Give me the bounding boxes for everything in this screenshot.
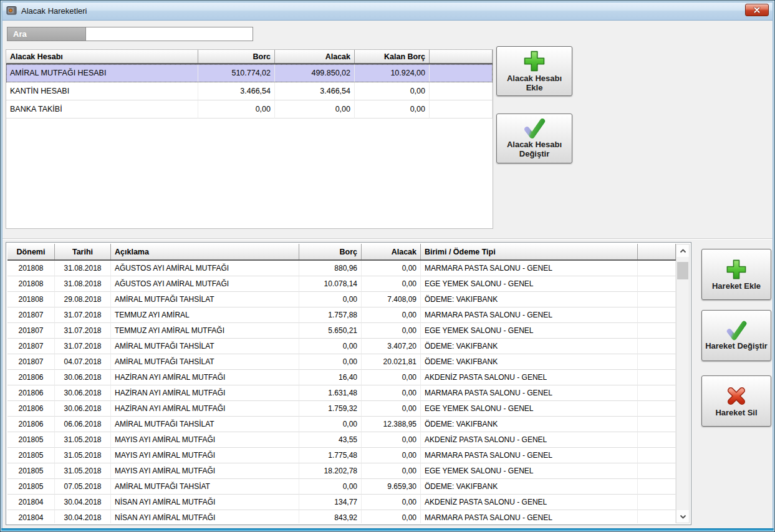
scroll-up-button[interactable] — [676, 244, 689, 257]
table-row[interactable]: 20180630.06.2018HAZİRAN AYI AMİRAL MUTFA… — [7, 385, 676, 401]
column-header-filler — [638, 244, 676, 259]
table-cell: 0,00 — [362, 448, 421, 463]
table-cell: 3.466,54 — [275, 82, 355, 100]
table-row[interactable]: 20180829.08.2018AMİRAL MUTFAĞI TAHSİLAT0… — [7, 292, 676, 307]
table-cell-filler — [638, 510, 676, 523]
column-header[interactable]: Dönemi — [7, 244, 55, 259]
accounts-table: Alacak HesabıBorcAlacakKalan Borç AMİRAL… — [6, 49, 493, 229]
column-header[interactable]: Borç — [299, 244, 362, 259]
table-row[interactable]: 20180704.07.2018AMİRAL MUTFAĞI TAHSİLAT0… — [7, 354, 676, 370]
column-header[interactable]: Birimi / Ödeme Tipi — [421, 244, 638, 259]
table-row[interactable]: 20180430.04.2018NİSAN AYI AMİRAL MUTFAĞI… — [7, 510, 676, 523]
table-cell: MARMARA PASTA SALONU - GENEL — [421, 510, 638, 523]
table-cell: ÖDEME: VAKIFBANK — [421, 339, 638, 354]
table-cell: 499.850,02 — [275, 64, 355, 82]
table-row[interactable]: 20180731.07.2018AMİRAL MUTFAĞI TAHSİLAT0… — [7, 339, 676, 354]
button-label: Alacak Hesabı Değiştir — [499, 140, 569, 159]
table-cell-filler — [430, 64, 493, 82]
table-cell: 201805 — [7, 448, 55, 463]
scroll-track[interactable] — [676, 257, 689, 510]
table-row[interactable]: BANKA TAKİBİ0,000,000,00 — [6, 100, 493, 118]
dialog-window: Alacak Hareketleri Ara Alacak HesabıBorc… — [0, 0, 775, 532]
table-cell: MAYIS AYI AMİRAL MUTFAĞI — [111, 432, 299, 448]
table-cell: MARMARA PASTA SALONU - GENEL — [421, 307, 638, 323]
table-cell-filler — [638, 463, 676, 479]
table-row[interactable]: KANTİN HESABI3.466,543.466,540,00 — [6, 82, 493, 100]
table-cell: 510.774,02 — [198, 64, 275, 82]
table-row[interactable]: 20180831.08.2018AĞUSTOS AYI AMİRAL MUTFA… — [7, 276, 676, 292]
add-movement-button[interactable]: Hareket Ekle — [701, 249, 771, 300]
table-row[interactable]: 20180606.06.2018AMİRAL MUTFAĞI TAHSİLAT0… — [7, 417, 676, 432]
column-header[interactable]: Alacak — [275, 50, 355, 63]
table-row[interactable]: 20180531.05.2018MAYIS AYI AMİRAL MUTFAĞI… — [7, 463, 676, 479]
table-cell: 134,77 — [299, 495, 362, 510]
column-header[interactable]: Kalan Borç — [355, 50, 430, 63]
table-row[interactable]: 20180531.05.2018MAYIS AYI AMİRAL MUTFAĞI… — [7, 448, 676, 463]
table-row[interactable]: 20180831.08.2018AĞUSTOS AYI AMİRAL MUTFA… — [7, 261, 676, 276]
table-cell: 31.07.2018 — [55, 323, 111, 339]
table-cell: 201806 — [7, 385, 55, 401]
table-cell: 0,00 — [299, 417, 362, 432]
button-label: Hareket Sil — [715, 409, 757, 418]
column-header-filler — [430, 50, 493, 63]
button-label: Hareket Ekle — [712, 282, 761, 291]
table-row[interactable]: 20180731.07.2018TEMMUZ AYI AMİRAL1.757,8… — [7, 307, 676, 323]
edit-account-button[interactable]: Alacak Hesabı Değiştir — [496, 114, 572, 163]
close-button[interactable] — [745, 4, 769, 16]
table-cell: 0,00 — [362, 495, 421, 510]
search-input[interactable] — [86, 27, 253, 41]
table-cell: 201805 — [7, 479, 55, 495]
column-header[interactable]: Açıklama — [111, 244, 299, 259]
table-row[interactable]: 20180531.05.2018MAYIS AYI AMİRAL MUTFAĞI… — [7, 432, 676, 448]
table-cell-filler — [430, 82, 493, 100]
table-cell: HAZİRAN AYI AMİRAL MUTFAĞI — [111, 370, 299, 385]
scroll-down-button[interactable] — [676, 510, 689, 523]
column-header[interactable]: Borc — [198, 50, 275, 63]
table-cell: EGE YEMEK SALONU - GENEL — [421, 463, 638, 479]
table-cell: 0,00 — [362, 276, 421, 292]
table-cell: 0,00 — [362, 432, 421, 448]
table-row[interactable]: 20180731.07.2018TEMMUZ AYI AMİRAL MUTFAĞ… — [7, 323, 676, 339]
table-cell: 201804 — [7, 510, 55, 523]
delete-movement-button[interactable]: Hareket Sil — [701, 375, 771, 427]
check-icon — [725, 321, 748, 341]
table-cell: MARMARA PASTA SALONU - GENEL — [421, 261, 638, 276]
table-cell: 0,00 — [362, 370, 421, 385]
add-account-button[interactable]: Alacak Hesabı Ekle — [496, 46, 572, 96]
table-cell: 30.04.2018 — [55, 510, 111, 523]
table-cell: 0,00 — [355, 100, 430, 118]
plus-icon — [522, 49, 546, 73]
table-cell: AKDENİZ PASTA SALONU - GENEL — [421, 432, 638, 448]
table-cell: 06.06.2018 — [55, 417, 111, 432]
table-cell: 201807 — [7, 339, 55, 354]
table-cell: 30.06.2018 — [55, 385, 111, 401]
table-cell: EGE YEMEK SALONU - GENEL — [421, 276, 638, 292]
vertical-scrollbar[interactable] — [676, 244, 690, 523]
titlebar[interactable]: Alacak Hareketleri — [1, 1, 774, 21]
table-cell: MAYIS AYI AMİRAL MUTFAĞI — [111, 448, 299, 463]
table-cell: AKDENİZ PASTA SALONU - GENEL — [421, 370, 638, 385]
table-cell: 0,00 — [362, 323, 421, 339]
scroll-thumb[interactable] — [677, 262, 688, 279]
table-row[interactable]: 20180630.06.2018HAZİRAN AYI AMİRAL MUTFA… — [7, 401, 676, 417]
table-row[interactable]: 20180507.05.2018AMİRAL MUTFAĞI TAHSİAT0,… — [7, 479, 676, 495]
table-cell: BANKA TAKİBİ — [6, 100, 198, 118]
table-cell-filler — [638, 261, 676, 276]
table-cell-filler — [638, 448, 676, 463]
column-header[interactable]: Tarihi — [55, 244, 111, 259]
column-header[interactable]: Alacak Hesabı — [6, 50, 198, 63]
table-row[interactable]: 20180630.06.2018HAZİRAN AYI AMİRAL MUTFA… — [7, 370, 676, 385]
table-cell: TEMMUZ AYI AMİRAL MUTFAĞI — [111, 323, 299, 339]
table-cell-filler — [430, 100, 493, 118]
table-cell-filler — [638, 432, 676, 448]
table-cell: 3.466,54 — [198, 82, 275, 100]
edit-movement-button[interactable]: Hareket Değiştir — [701, 310, 771, 361]
table-cell: HAZİRAN AYI AMİRAL MUTFAĞI — [111, 401, 299, 417]
table-row[interactable]: AMİRAL MUTFAĞI HESABI510.774,02499.850,0… — [6, 64, 493, 82]
table-cell: EGE YEMEK SALONU - GENEL — [421, 323, 638, 339]
table-cell: AĞUSTOS AYI AMİRAL MUTFAĞI — [111, 276, 299, 292]
table-cell: 30.06.2018 — [55, 370, 111, 385]
column-header[interactable]: Alacak — [362, 244, 421, 259]
table-row[interactable]: 20180430.04.2018NİSAN AYI AMİRAL MUTFAĞI… — [7, 495, 676, 510]
table-cell: 10.078,14 — [299, 276, 362, 292]
